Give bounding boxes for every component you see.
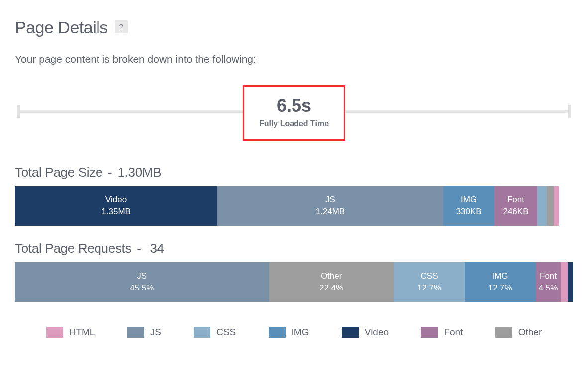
segment-label: JS bbox=[325, 194, 335, 206]
segment-font[interactable]: Font246KB bbox=[494, 186, 537, 226]
dash: - bbox=[137, 241, 141, 256]
page-header: Page Details ? bbox=[15, 18, 573, 37]
segment-other[interactable]: Other22.4% bbox=[269, 262, 394, 302]
segment-video[interactable]: Video1.35MB bbox=[15, 186, 217, 226]
requests-bar-chart[interactable]: JS45.5%Other22.4%CSS12.7%IMG12.7%Font4.5… bbox=[15, 262, 573, 302]
legend-item-video[interactable]: Video bbox=[342, 327, 389, 338]
legend-item-font[interactable]: Font bbox=[421, 327, 463, 338]
legend-label-js: JS bbox=[150, 327, 161, 338]
segment-value: 22.4% bbox=[319, 282, 343, 294]
size-title-total: 1.30MB bbox=[117, 165, 161, 180]
help-icon[interactable]: ? bbox=[115, 20, 128, 33]
segment-js[interactable]: JS1.24MB bbox=[217, 186, 443, 226]
legend-label-html: HTML bbox=[69, 327, 95, 338]
segment-html[interactable] bbox=[554, 186, 559, 226]
segment-label: CSS bbox=[421, 270, 438, 282]
legend: HTML JS CSS IMG Video Font Other bbox=[15, 327, 573, 338]
swatch-img bbox=[269, 327, 286, 338]
legend-item-js[interactable]: JS bbox=[127, 327, 161, 338]
swatch-video bbox=[342, 327, 359, 338]
segment-label: Font bbox=[540, 270, 557, 282]
segment-css[interactable] bbox=[537, 186, 547, 226]
segment-label: IMG bbox=[492, 270, 508, 282]
page-title: Page Details bbox=[15, 18, 108, 37]
swatch-other bbox=[495, 327, 512, 338]
segment-value: 1.24MB bbox=[316, 206, 345, 218]
dash: - bbox=[108, 165, 112, 180]
size-bar-chart[interactable]: Video1.35MBJS1.24MBIMG330KBFont246KB bbox=[15, 186, 573, 226]
segment-other[interactable] bbox=[547, 186, 553, 226]
swatch-js bbox=[127, 327, 144, 338]
segment-img[interactable]: IMG330KB bbox=[443, 186, 494, 226]
fully-loaded-callout: 6.5s Fully Loaded Time bbox=[243, 85, 345, 141]
size-title-prefix: Total Page Size bbox=[15, 165, 102, 180]
segment-value: 4.5% bbox=[539, 282, 558, 294]
segment-value: 246KB bbox=[503, 206, 528, 218]
segment-value: 45.5% bbox=[130, 282, 154, 294]
legend-label-other: Other bbox=[518, 327, 542, 338]
fully-loaded-label: Fully Loaded Time bbox=[259, 119, 329, 128]
legend-item-html[interactable]: HTML bbox=[46, 327, 95, 338]
segment-label: JS bbox=[137, 270, 147, 282]
segment-label: Video bbox=[105, 194, 127, 206]
segment-img[interactable]: IMG12.7% bbox=[465, 262, 535, 302]
section-title-size: Total Page Size - 1.30MB bbox=[15, 165, 573, 180]
requests-title-total: 34 bbox=[150, 241, 164, 256]
swatch-css bbox=[194, 327, 210, 338]
segment-value: 1.35MB bbox=[101, 206, 131, 218]
segment-value: 12.7% bbox=[488, 282, 512, 294]
legend-label-font: Font bbox=[444, 327, 463, 338]
swatch-font bbox=[421, 327, 438, 338]
legend-label-img: IMG bbox=[292, 327, 309, 338]
segment-font[interactable]: Font4.5% bbox=[536, 262, 561, 302]
legend-label-css: CSS bbox=[216, 327, 236, 338]
segment-html[interactable] bbox=[561, 262, 567, 302]
segment-label: Font bbox=[507, 194, 524, 206]
fully-loaded-value: 6.5s bbox=[259, 96, 329, 116]
legend-item-other[interactable]: Other bbox=[495, 327, 542, 338]
swatch-html bbox=[46, 327, 63, 338]
page-subtitle: Your page content is broken down into th… bbox=[15, 53, 573, 65]
requests-title-prefix: Total Page Requests bbox=[15, 241, 131, 256]
segment-value: 330KB bbox=[456, 206, 482, 218]
segment-label: IMG bbox=[461, 194, 477, 206]
section-title-requests: Total Page Requests - 34 bbox=[15, 241, 573, 256]
segment-css[interactable]: CSS12.7% bbox=[394, 262, 465, 302]
segment-video[interactable] bbox=[568, 262, 573, 302]
segment-js[interactable]: JS45.5% bbox=[15, 262, 269, 302]
legend-label-video: Video bbox=[365, 327, 389, 338]
legend-item-img[interactable]: IMG bbox=[269, 327, 309, 338]
segment-label: Other bbox=[321, 270, 342, 282]
segment-value: 12.7% bbox=[417, 282, 441, 294]
timeline: 6.5s Fully Loaded Time bbox=[15, 85, 573, 150]
legend-item-css[interactable]: CSS bbox=[194, 327, 236, 338]
